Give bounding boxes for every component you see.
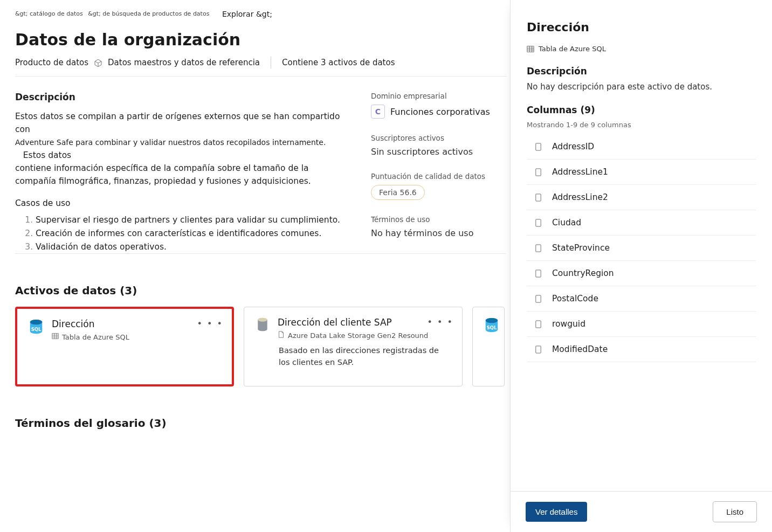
panel-desc-head: Descripción [527,66,756,77]
svg-rect-12 [536,194,541,201]
card-more-icon[interactable]: • • • [428,317,453,327]
svg-rect-16 [536,295,541,302]
panel-type-row: Tabla de Azure SQL [527,45,756,53]
view-details-button[interactable]: Ver detalles [526,502,587,522]
column-row[interactable]: rowguid [527,312,756,337]
cube-icon [94,58,102,67]
card-title: Dirección del cliente SAP [278,317,428,328]
description-body: Estos datos se compilan a partir de oríg… [15,110,349,188]
glossary-header: Términos del glosario (3) [15,417,507,430]
columns-list: AddressID AddressLine1 AddressLine2 Ciud… [527,134,756,362]
card-description: Basado en las direcciones registradas de… [279,345,451,369]
breadcrumb-explore[interactable]: Explorar &gt; [222,10,272,18]
domain-label: Dominio empresarial [371,92,500,100]
column-row[interactable]: AddressLine1 [527,160,756,185]
svg-rect-17 [536,320,541,327]
done-button[interactable]: Listo [713,501,757,522]
azure-sql-icon: SQL [28,319,44,337]
svg-rect-11 [536,168,541,175]
card-subtitle: Tabla de Azure SQL [62,333,129,341]
svg-rect-15 [536,270,541,277]
column-icon [534,320,542,328]
panel-title: Dirección [527,20,756,34]
card-more-icon[interactable]: • • • [197,319,223,329]
terms-value: No hay términos de uso [371,228,500,238]
column-row[interactable]: ModifiedDate [527,337,756,362]
datalake-icon [255,317,270,334]
usecase-item: Supervisar el riesgo de partners y clien… [36,213,349,227]
quality-label: Puntuación de calidad de datos [371,172,500,181]
quality-pill: Feria 56.6 [371,185,425,200]
page-title: Datos de la organización [15,30,507,49]
card-title: Dirección [52,319,129,329]
contains-count: Contiene 3 activos de datos [282,58,395,67]
svg-rect-10 [536,143,541,150]
column-row[interactable]: AddressID [527,134,756,160]
panel-type-text: Tabla de Azure SQL [539,45,606,53]
column-row[interactable]: PostalCode [527,286,756,312]
column-icon [534,295,542,303]
product-label: Producto de datos [15,58,88,67]
column-icon [534,244,542,252]
separator [15,76,507,77]
column-icon [534,270,542,278]
svg-rect-14 [536,244,541,251]
divider [271,57,271,68]
domain-value[interactable]: C Funciones corporativas [371,105,500,119]
column-row[interactable]: Ciudad [527,210,756,236]
separator [15,253,506,254]
svg-rect-9 [527,46,534,52]
description-heading: Descripción [15,92,349,102]
table-icon [527,45,534,53]
file-icon [278,331,285,340]
panel-columns-note: Mostrando 1-9 de 9 columnas [527,121,756,129]
column-row[interactable]: AddressLine2 [527,185,756,210]
svg-rect-13 [536,219,541,226]
asset-card-sap[interactable]: • • • Dirección del cliente SAP [244,307,463,386]
breadcrumb[interactable]: &gt; catálogo de datos &gt; de búsqueda … [15,10,507,18]
usecases-list: Supervisar el riesgo de partners y clien… [36,213,349,253]
column-icon [534,346,542,354]
column-icon [534,143,542,151]
asset-card-partial[interactable]: SQL C o [472,307,505,386]
panel-columns-head: Columnas (9) [527,105,756,115]
column-icon [534,219,542,227]
column-row[interactable]: CountryRegion [527,261,756,286]
svg-rect-18 [536,346,541,353]
svg-text:SQL: SQL [31,327,42,332]
asset-card-direccion[interactable]: • • • SQL Dirección [15,307,234,386]
svg-point-5 [258,318,267,322]
product-sub-row: Producto de datos Datos maestros y datos… [15,57,507,68]
table-icon [52,333,59,341]
product-value: Datos maestros y datos de referencia [108,58,260,67]
subscribers-label: Suscriptores activos [371,134,500,142]
subscribers-value: Sin suscriptores activos [371,147,500,157]
details-side-panel: Dirección Tabla de Azure SQL Descripción… [510,0,772,532]
panel-desc-text: No hay descripción para este activo de d… [527,82,756,92]
azure-sql-icon: SQL [484,317,500,335]
column-row[interactable]: StateProvince [527,236,756,261]
assets-header: Activos de datos (3) [15,284,507,297]
terms-label: Términos de uso [371,215,500,224]
card-subtitle: Azure Data Lake Storage Gen2 Resound [288,331,428,340]
svg-rect-3 [52,334,58,339]
column-icon [534,194,542,202]
breadcrumb-catalog[interactable]: &gt; catálogo de datos [15,10,83,17]
domain-text: Funciones corporativas [390,107,490,117]
usecase-item: Creación de informes con características… [36,227,349,240]
svg-point-1 [30,320,43,324]
breadcrumb-search[interactable]: &gt; de búsqueda de productos de datos [88,10,209,17]
column-icon [534,168,542,176]
domain-letter-icon: C [371,105,385,119]
svg-text:SQL: SQL [487,325,497,330]
usecases-label: Casos de uso [15,198,349,208]
svg-point-7 [486,318,498,323]
usecase-item: Validación de datos operativos. [36,240,349,254]
